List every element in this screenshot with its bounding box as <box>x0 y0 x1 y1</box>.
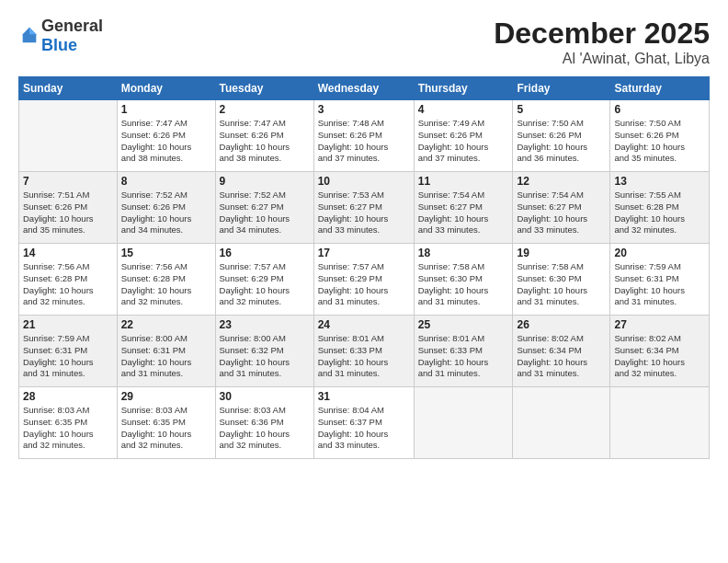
day-number: 12 <box>517 175 606 188</box>
calendar-cell: 30Sunrise: 8:03 AM Sunset: 6:36 PM Dayli… <box>215 387 313 459</box>
calendar-cell: 14Sunrise: 7:56 AM Sunset: 6:28 PM Dayli… <box>19 244 118 316</box>
day-info: Sunrise: 8:03 AM Sunset: 6:36 PM Dayligh… <box>220 405 310 452</box>
calendar-cell: 23Sunrise: 8:00 AM Sunset: 6:32 PM Dayli… <box>215 316 313 387</box>
header: General Blue December 2025 Al 'Awinat, G… <box>18 17 710 67</box>
day-number: 23 <box>220 318 310 331</box>
weekday-header-friday: Friday <box>513 77 610 100</box>
weekday-header-monday: Monday <box>117 77 215 100</box>
calendar-cell <box>513 387 610 459</box>
calendar-cell: 25Sunrise: 8:01 AM Sunset: 6:33 PM Dayli… <box>414 316 513 387</box>
day-info: Sunrise: 7:56 AM Sunset: 6:28 PM Dayligh… <box>23 261 113 308</box>
calendar-cell: 21Sunrise: 7:59 AM Sunset: 6:31 PM Dayli… <box>19 316 118 387</box>
day-info: Sunrise: 7:49 AM Sunset: 6:26 PM Dayligh… <box>418 118 509 165</box>
day-number: 14 <box>23 247 113 259</box>
day-info: Sunrise: 8:00 AM Sunset: 6:31 PM Dayligh… <box>121 333 211 380</box>
calendar-cell: 10Sunrise: 7:53 AM Sunset: 6:27 PM Dayli… <box>313 172 414 244</box>
day-info: Sunrise: 7:59 AM Sunset: 6:31 PM Dayligh… <box>23 333 113 380</box>
day-number: 11 <box>418 175 509 188</box>
day-number: 13 <box>614 175 705 188</box>
calendar-cell: 31Sunrise: 8:04 AM Sunset: 6:37 PM Dayli… <box>313 387 414 459</box>
day-number: 29 <box>121 390 211 403</box>
day-number: 21 <box>23 318 113 331</box>
day-number: 18 <box>418 247 509 259</box>
day-info: Sunrise: 8:00 AM Sunset: 6:32 PM Dayligh… <box>220 333 310 380</box>
day-info: Sunrise: 7:59 AM Sunset: 6:31 PM Dayligh… <box>614 261 705 308</box>
day-info: Sunrise: 7:47 AM Sunset: 6:26 PM Dayligh… <box>220 118 310 165</box>
day-number: 15 <box>121 247 211 259</box>
day-number: 24 <box>318 318 410 331</box>
calendar-week-row: 28Sunrise: 8:03 AM Sunset: 6:35 PM Dayli… <box>19 387 710 459</box>
calendar-cell: 15Sunrise: 7:56 AM Sunset: 6:28 PM Dayli… <box>117 244 215 316</box>
day-number: 1 <box>121 103 211 116</box>
day-number: 20 <box>614 247 705 259</box>
day-number: 22 <box>121 318 211 331</box>
calendar-cell: 6Sunrise: 7:50 AM Sunset: 6:26 PM Daylig… <box>610 100 710 172</box>
calendar-cell: 13Sunrise: 7:55 AM Sunset: 6:28 PM Dayli… <box>610 172 710 244</box>
weekday-header-saturday: Saturday <box>610 77 710 100</box>
calendar-cell: 9Sunrise: 7:52 AM Sunset: 6:27 PM Daylig… <box>215 172 313 244</box>
calendar-cell: 18Sunrise: 7:58 AM Sunset: 6:30 PM Dayli… <box>414 244 513 316</box>
svg-marker-1 <box>29 28 36 34</box>
day-info: Sunrise: 8:03 AM Sunset: 6:35 PM Dayligh… <box>121 405 211 452</box>
day-info: Sunrise: 7:58 AM Sunset: 6:30 PM Dayligh… <box>517 261 606 308</box>
day-info: Sunrise: 7:48 AM Sunset: 6:26 PM Dayligh… <box>318 118 410 165</box>
day-info: Sunrise: 7:53 AM Sunset: 6:27 PM Dayligh… <box>318 190 410 236</box>
calendar-cell: 27Sunrise: 8:02 AM Sunset: 6:34 PM Dayli… <box>610 316 710 387</box>
day-number: 16 <box>220 247 310 259</box>
calendar-cell: 16Sunrise: 7:57 AM Sunset: 6:29 PM Dayli… <box>215 244 313 316</box>
day-number: 17 <box>318 247 410 259</box>
calendar-week-row: 1Sunrise: 7:47 AM Sunset: 6:26 PM Daylig… <box>19 100 710 172</box>
day-number: 27 <box>614 318 705 331</box>
calendar-cell: 5Sunrise: 7:50 AM Sunset: 6:26 PM Daylig… <box>513 100 610 172</box>
calendar-week-row: 14Sunrise: 7:56 AM Sunset: 6:28 PM Dayli… <box>19 244 710 316</box>
day-info: Sunrise: 7:55 AM Sunset: 6:28 PM Dayligh… <box>614 190 705 236</box>
day-info: Sunrise: 8:02 AM Sunset: 6:34 PM Dayligh… <box>614 333 705 380</box>
day-number: 9 <box>220 175 310 188</box>
calendar-cell: 8Sunrise: 7:52 AM Sunset: 6:26 PM Daylig… <box>117 172 215 244</box>
logo-icon <box>19 26 40 46</box>
calendar-cell: 24Sunrise: 8:01 AM Sunset: 6:33 PM Dayli… <box>313 316 414 387</box>
calendar-cell: 11Sunrise: 7:54 AM Sunset: 6:27 PM Dayli… <box>414 172 513 244</box>
day-info: Sunrise: 8:02 AM Sunset: 6:34 PM Dayligh… <box>517 333 606 380</box>
day-number: 2 <box>220 103 310 116</box>
day-number: 3 <box>318 103 410 116</box>
day-info: Sunrise: 7:58 AM Sunset: 6:30 PM Dayligh… <box>418 261 509 308</box>
day-info: Sunrise: 7:50 AM Sunset: 6:26 PM Dayligh… <box>517 118 606 165</box>
day-number: 10 <box>318 175 410 188</box>
day-info: Sunrise: 7:57 AM Sunset: 6:29 PM Dayligh… <box>220 261 310 308</box>
day-info: Sunrise: 8:04 AM Sunset: 6:37 PM Dayligh… <box>318 405 410 452</box>
calendar-cell: 19Sunrise: 7:58 AM Sunset: 6:30 PM Dayli… <box>513 244 610 316</box>
weekday-header-thursday: Thursday <box>414 77 513 100</box>
day-number: 30 <box>220 390 310 403</box>
calendar-table: SundayMondayTuesdayWednesdayThursdayFrid… <box>18 76 710 459</box>
calendar-cell: 12Sunrise: 7:54 AM Sunset: 6:27 PM Dayli… <box>513 172 610 244</box>
day-info: Sunrise: 7:56 AM Sunset: 6:28 PM Dayligh… <box>121 261 211 308</box>
weekday-header-sunday: Sunday <box>19 77 118 100</box>
day-info: Sunrise: 7:52 AM Sunset: 6:27 PM Dayligh… <box>220 190 310 236</box>
day-info: Sunrise: 8:01 AM Sunset: 6:33 PM Dayligh… <box>318 333 410 380</box>
calendar-cell <box>19 100 118 172</box>
day-info: Sunrise: 7:57 AM Sunset: 6:29 PM Dayligh… <box>318 261 410 308</box>
day-number: 31 <box>318 390 410 403</box>
weekday-header-wednesday: Wednesday <box>313 77 414 100</box>
day-number: 28 <box>23 390 113 403</box>
calendar-week-row: 21Sunrise: 7:59 AM Sunset: 6:31 PM Dayli… <box>19 316 710 387</box>
day-info: Sunrise: 7:54 AM Sunset: 6:27 PM Dayligh… <box>418 190 509 236</box>
calendar-cell: 7Sunrise: 7:51 AM Sunset: 6:26 PM Daylig… <box>19 172 118 244</box>
day-info: Sunrise: 8:03 AM Sunset: 6:35 PM Dayligh… <box>23 405 113 452</box>
calendar-cell: 17Sunrise: 7:57 AM Sunset: 6:29 PM Dayli… <box>313 244 414 316</box>
day-info: Sunrise: 7:54 AM Sunset: 6:27 PM Dayligh… <box>517 190 606 236</box>
day-number: 6 <box>614 103 705 116</box>
day-number: 5 <box>517 103 606 116</box>
weekday-header-tuesday: Tuesday <box>215 77 313 100</box>
calendar-cell <box>610 387 710 459</box>
calendar-cell: 29Sunrise: 8:03 AM Sunset: 6:35 PM Dayli… <box>117 387 215 459</box>
day-info: Sunrise: 8:01 AM Sunset: 6:33 PM Dayligh… <box>418 333 509 380</box>
calendar-cell: 3Sunrise: 7:48 AM Sunset: 6:26 PM Daylig… <box>313 100 414 172</box>
calendar-cell: 28Sunrise: 8:03 AM Sunset: 6:35 PM Dayli… <box>19 387 118 459</box>
day-number: 7 <box>23 175 113 188</box>
calendar-cell: 26Sunrise: 8:02 AM Sunset: 6:34 PM Dayli… <box>513 316 610 387</box>
logo-general: General <box>41 17 103 35</box>
title-month: December 2025 <box>494 17 710 51</box>
calendar-cell: 20Sunrise: 7:59 AM Sunset: 6:31 PM Dayli… <box>610 244 710 316</box>
